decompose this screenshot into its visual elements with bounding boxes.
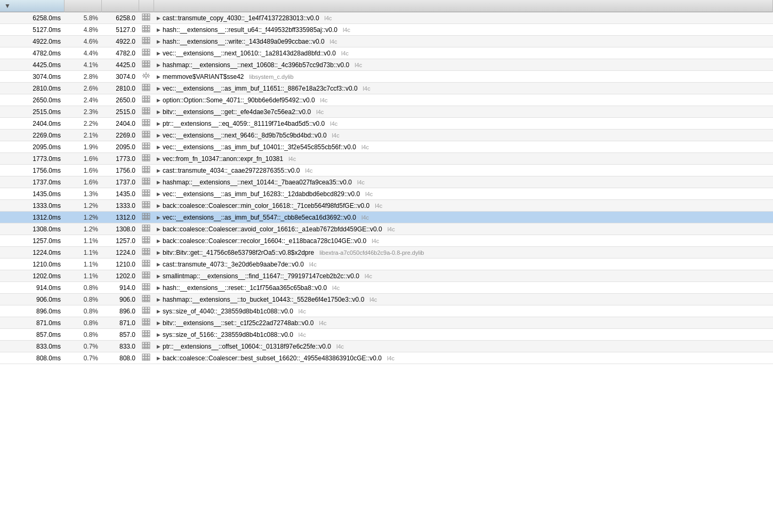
expand-triangle-icon[interactable]: ▶ — [157, 39, 160, 44]
cell-symbol-name[interactable]: ▶hashmap::__extensions__::to_bucket_1044… — [154, 294, 773, 305]
table-row[interactable]: 1210.0ms1.1%1210.0 ▶cast::transmute_4073… — [0, 259, 773, 270]
table-row[interactable]: 1257.0ms1.1%1257.0 ▶back::coalesce::Coal… — [0, 235, 773, 247]
cell-symbol-name[interactable]: ▶vec::__extensions__::as_imm_buf_5547::_… — [154, 212, 773, 223]
expand-triangle-icon[interactable]: ▶ — [157, 51, 160, 56]
cell-symbol-name[interactable]: ▶ptr::__extensions__::eq_4059::_81119f71… — [154, 118, 773, 130]
expand-triangle-icon[interactable]: ▶ — [157, 62, 160, 68]
cell-symbol-name[interactable]: ▶bitv::__extensions__::get::_efe4dae3e7c… — [154, 106, 773, 118]
table-row[interactable]: 1308.0ms1.2%1308.0 ▶back::coalesce::Coal… — [0, 223, 773, 235]
expand-triangle-icon[interactable]: ▶ — [157, 98, 160, 103]
table-row[interactable]: 4425.0ms4.1%4425.0 ▶hashmap::__extension… — [0, 59, 773, 71]
expand-triangle-icon[interactable]: ▶ — [157, 215, 160, 220]
table-row[interactable]: 871.0ms0.8%871.0 ▶bitv::__extensions__::… — [0, 317, 773, 329]
expand-triangle-icon[interactable]: ▶ — [157, 250, 160, 255]
expand-triangle-icon[interactable]: ▶ — [157, 86, 160, 91]
table-row[interactable]: 2404.0ms2.2%2404.0 ▶ptr::__extensions__:… — [0, 118, 773, 130]
table-row[interactable]: 2269.0ms2.1%2269.0 ▶vec::__extensions__:… — [0, 130, 773, 141]
expand-triangle-icon[interactable]: ▶ — [157, 191, 160, 197]
expand-triangle-icon[interactable]: ▶ — [157, 180, 160, 185]
table-row[interactable]: 4782.0ms4.4%4782.0 ▶vec::__extensions__:… — [0, 47, 773, 59]
cell-symbol-name[interactable]: ▶hash::__extensions__::reset::_1c1f756aa… — [154, 282, 773, 294]
table-row[interactable]: 1435.0ms1.3%1435.0 ▶vec::__extensions__:… — [0, 188, 773, 200]
table-row[interactable]: 1202.0ms1.1%1202.0 ▶smallintmap::__exten… — [0, 270, 773, 282]
expand-triangle-icon[interactable]: ▶ — [157, 227, 160, 232]
cell-symbol-name[interactable]: ▶cast::transmute_copy_4030::_1e4f7413722… — [154, 12, 773, 24]
expand-triangle-icon[interactable]: ▶ — [157, 262, 160, 267]
table-row[interactable]: 6258.0ms5.8%6258.0 ▶cast::transmute_copy… — [0, 12, 773, 24]
cell-symbol-name[interactable]: ▶hash::__extensions__::write::_143d489a0… — [154, 36, 773, 47]
cell-symbol-name[interactable]: ▶vec::__extensions__::as_imm_buf_11651::… — [154, 83, 773, 94]
expand-triangle-icon[interactable]: ▶ — [157, 356, 160, 361]
table-row[interactable]: 4922.0ms4.6%4922.0 ▶hash::__extensions__… — [0, 36, 773, 47]
table-row[interactable]: 1312.0ms1.2%1312.0 ▶vec::__extensions__:… — [0, 212, 773, 223]
expand-triangle-icon[interactable]: ▶ — [157, 203, 160, 208]
cell-symbol-name[interactable]: ▶back::coalesce::Coalescer::min_color_16… — [154, 200, 773, 212]
expand-triangle-icon[interactable]: ▶ — [157, 144, 160, 150]
cell-symbol-name[interactable]: ▶back::coalesce::Coalescer::recolor_1660… — [154, 235, 773, 247]
table-row[interactable]: 1333.0ms1.2%1333.0 ▶back::coalesce::Coal… — [0, 200, 773, 212]
cell-symbol-name[interactable]: ▶sys::size_of_4040::_238559d8b4b1c088::v… — [154, 305, 773, 317]
table-row[interactable]: 833.0ms0.7%833.0 ▶ptr::__extensions__::o… — [0, 341, 773, 352]
expand-triangle-icon[interactable]: ▶ — [157, 273, 160, 279]
table-row[interactable]: 808.0ms0.7%808.0 ▶back::coalesce::Coales… — [0, 352, 773, 364]
cell-self-num: 2095.0 — [101, 141, 139, 153]
table-row[interactable]: 2810.0ms2.6%2810.0 ▶vec::__extensions__:… — [0, 83, 773, 94]
cell-symbol-name[interactable]: ▶vec::__extensions__::as_imm_buf_16283::… — [154, 188, 773, 200]
expand-triangle-icon[interactable]: ▶ — [157, 168, 160, 173]
table-row[interactable]: 1737.0ms1.6%1737.0 ▶hashmap::__extension… — [0, 176, 773, 188]
header-running-time[interactable]: ▼ — [0, 0, 64, 12]
table-row[interactable]: 914.0ms0.8%914.0 ▶hash::__extensions__::… — [0, 282, 773, 294]
expand-triangle-icon[interactable]: ▶ — [157, 285, 160, 291]
table-row[interactable]: 2650.0ms2.4%2650.0 ▶option::Option::Some… — [0, 94, 773, 106]
expand-triangle-icon[interactable]: ▶ — [157, 27, 160, 33]
cell-symbol-name[interactable]: ▶cast::transmute_4034::_caae29722876355:… — [154, 165, 773, 176]
cell-symbol-name[interactable]: ▶sys::size_of_5166::_238559d8b4b1c088::v… — [154, 329, 773, 341]
expand-triangle-icon[interactable]: ▶ — [157, 297, 160, 302]
cell-symbol-name[interactable]: ▶vec::__extensions__::next_10610::_1a281… — [154, 47, 773, 59]
cell-symbol-name[interactable]: ▶vec::__extensions__::as_imm_buf_10401::… — [154, 141, 773, 153]
svg-rect-171 — [148, 242, 150, 243]
cell-symbol-name[interactable]: ▶bitv::__extensions__::set::_c1f25c22ad7… — [154, 317, 773, 329]
expand-triangle-icon[interactable]: ▶ — [157, 238, 160, 244]
expand-triangle-icon[interactable]: ▶ — [157, 121, 160, 126]
table-row[interactable]: 857.0ms0.8%857.0 ▶sys::size_of_5166::_23… — [0, 329, 773, 341]
grid-icon — [142, 353, 150, 361]
svg-rect-13 — [145, 28, 147, 30]
cell-symbol-name[interactable]: ▶hash::__extensions__::result_u64::_f449… — [154, 24, 773, 36]
expand-triangle-icon[interactable]: ▶ — [157, 15, 160, 21]
expand-triangle-icon[interactable]: ▶ — [157, 74, 160, 79]
table-row[interactable]: 5127.0ms4.8%5127.0 ▶hash::__extensions__… — [0, 24, 773, 36]
table-row[interactable]: 2095.0ms1.9%2095.0 ▶vec::__extensions__:… — [0, 141, 773, 153]
cell-symbol-name[interactable]: ▶back::coalesce::Coalescer::best_subset_… — [154, 352, 773, 364]
table-row[interactable]: 1773.0ms1.6%1773.0 ▶vec::from_fn_10347::… — [0, 153, 773, 165]
cell-symbol-name[interactable]: ▶hashmap::__extensions__::next_10144::_7… — [154, 176, 773, 188]
table-row[interactable]: 2515.0ms2.3%2515.0 ▶bitv::__extensions__… — [0, 106, 773, 118]
table-row[interactable]: 896.0ms0.8%896.0 ▶sys::size_of_4040::_23… — [0, 305, 773, 317]
cell-icon — [139, 259, 154, 270]
table-row[interactable]: 1756.0ms1.6%1756.0 ▶cast::transmute_4034… — [0, 165, 773, 176]
header-symbol-name[interactable] — [154, 0, 773, 12]
expand-triangle-icon[interactable]: ▶ — [157, 332, 160, 337]
cell-symbol-name[interactable]: ▶bitv::Bitv::get::_41756c68e53798f2rOa5:… — [154, 247, 773, 259]
cell-symbol-name[interactable]: ▶memmove$VARIANT$sse42libsystem_c.dylib — [154, 71, 773, 83]
cell-symbol-name[interactable]: ▶hashmap::__extensions__::next_10608::_4… — [154, 59, 773, 71]
table-row[interactable]: 906.0ms0.8%906.0 ▶hashmap::__extensions_… — [0, 294, 773, 305]
cell-symbol-name[interactable]: ▶vec::from_fn_10347::anon::expr_fn_10381… — [154, 153, 773, 165]
expand-triangle-icon[interactable]: ▶ — [157, 320, 160, 326]
expand-triangle-icon[interactable]: ▶ — [157, 156, 160, 162]
cell-symbol-name[interactable]: ▶cast::transmute_4073::_3e20d6eb9aabe7de… — [154, 259, 773, 270]
cell-symbol-name[interactable]: ▶vec::__extensions__::next_9646::_8d9b7b… — [154, 130, 773, 141]
header-self[interactable] — [64, 0, 101, 12]
cell-self-pct: 5.8% — [64, 12, 101, 24]
table-row[interactable]: 1224.0ms1.1%1224.0 ▶bitv::Bitv::get::_41… — [0, 247, 773, 259]
expand-triangle-icon[interactable]: ▶ — [157, 344, 160, 349]
expand-triangle-icon[interactable]: ▶ — [157, 133, 160, 138]
expand-triangle-icon[interactable]: ▶ — [157, 109, 160, 115]
cell-self-num: 2515.0 — [101, 106, 139, 118]
cell-symbol-name[interactable]: ▶smallintmap::__extensions__::find_11647… — [154, 270, 773, 282]
expand-triangle-icon[interactable]: ▶ — [157, 309, 160, 314]
table-row[interactable]: 3074.0ms2.8%3074.0 ▶memmove$VARIANT$sse4… — [0, 71, 773, 83]
cell-symbol-name[interactable]: ▶option::Option::Some_4071::_90bb6e6def9… — [154, 94, 773, 106]
cell-symbol-name[interactable]: ▶ptr::__extensions__::offset_10604::_013… — [154, 341, 773, 352]
cell-symbol-name[interactable]: ▶back::coalesce::Coalescer::avoid_color_… — [154, 223, 773, 235]
